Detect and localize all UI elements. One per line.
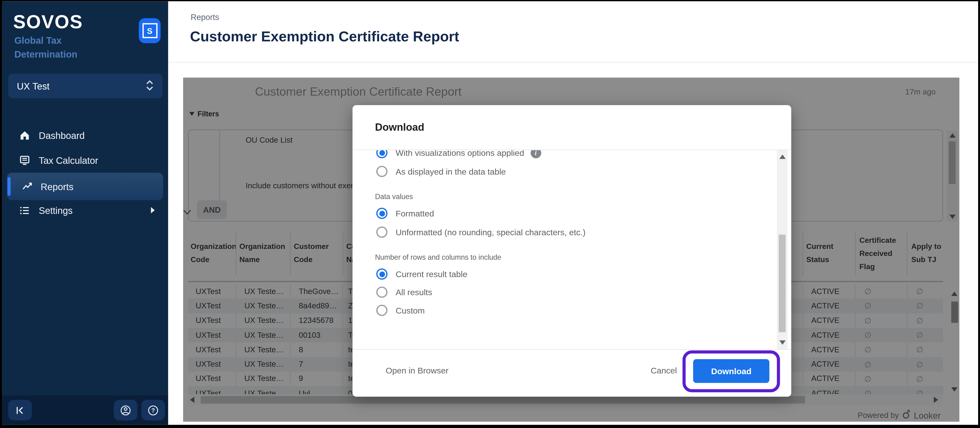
sidebar-item-reports[interactable]: Reports [7, 173, 163, 200]
app-logo-subtitle-2: Determination [14, 48, 77, 61]
scrollbar-thumb[interactable] [779, 235, 786, 332]
sidebar-item-settings[interactable]: Settings [7, 200, 163, 220]
org-selector[interactable]: UX Test [8, 74, 163, 98]
unfold-icon [146, 79, 154, 93]
radio-with-visualization-options[interactable]: With visualizations options applied i [376, 150, 541, 158]
sidebar-item-label: Tax Calculator [39, 155, 98, 166]
app-window: SOVOS Global Tax Determination S UX Test… [2, 1, 978, 425]
breadcrumb[interactable]: Reports [191, 13, 219, 22]
open-in-browser-button[interactable]: Open in Browser [385, 366, 449, 375]
org-selector-value: UX Test [17, 81, 49, 91]
help-button[interactable]: ? [142, 400, 165, 420]
download-button[interactable]: Download [693, 359, 769, 383]
dialog-title: Download [375, 121, 424, 133]
radio-as-displayed[interactable]: As displayed in the data table [376, 166, 506, 177]
sidebar-footer: ? [2, 395, 168, 425]
sidebar-item-label: Dashboard [39, 130, 84, 140]
radio-formatted[interactable]: Formatted [376, 208, 434, 219]
home-icon [19, 130, 30, 140]
list-icon [19, 205, 30, 216]
svg-text:?: ? [151, 407, 155, 414]
calculator-icon [19, 155, 30, 166]
account-button[interactable] [114, 400, 137, 420]
radio-icon [376, 305, 388, 316]
radio-custom[interactable]: Custom [376, 305, 425, 316]
dialog-scroll-area[interactable]: With visualizations options applied i As… [352, 150, 791, 350]
sidebar-item-label: Settings [39, 205, 73, 216]
header-divider [168, 62, 978, 63]
sidebar-item-dashboard[interactable]: Dashboard [7, 125, 163, 145]
collapse-sidebar-button[interactable] [8, 400, 32, 420]
sidebar-item-label: Reports [41, 181, 73, 192]
radio-icon [376, 150, 388, 158]
chevron-right-icon [150, 205, 156, 216]
sidebar-item-tax-calculator[interactable]: Tax Calculator [7, 150, 163, 170]
download-dialog: Download With visualizations options app… [352, 105, 791, 396]
section-label-data-values: Data values [375, 193, 413, 200]
line-chart-icon [22, 181, 32, 192]
dialog-scrollbar[interactable] [777, 150, 788, 349]
page-title: Customer Exemption Certificate Report [190, 28, 459, 45]
info-icon[interactable]: i [530, 150, 541, 158]
section-label-rows-columns: Number of rows and columns to include [375, 253, 501, 261]
radio-icon [376, 227, 388, 238]
sidebar: SOVOS Global Tax Determination S UX Test… [2, 1, 168, 425]
radio-icon [376, 208, 388, 219]
radio-icon [376, 268, 388, 280]
cancel-button[interactable]: Cancel [651, 366, 677, 375]
sovos-badge-icon: S [139, 18, 161, 43]
radio-icon [376, 166, 388, 177]
dialog-footer: Open in Browser Cancel Download [352, 348, 791, 397]
radio-icon [376, 286, 388, 298]
screen: SOVOS Global Tax Determination S UX Test… [0, 0, 980, 428]
radio-all-results[interactable]: All results [376, 286, 432, 298]
app-logo-subtitle-1: Global Tax [14, 34, 62, 47]
app-logo: SOVOS [13, 11, 83, 33]
active-indicator [8, 177, 11, 196]
radio-unformatted[interactable]: Unformatted (no rounding, special charac… [376, 227, 586, 238]
radio-current-result-table[interactable]: Current result table [376, 268, 468, 280]
